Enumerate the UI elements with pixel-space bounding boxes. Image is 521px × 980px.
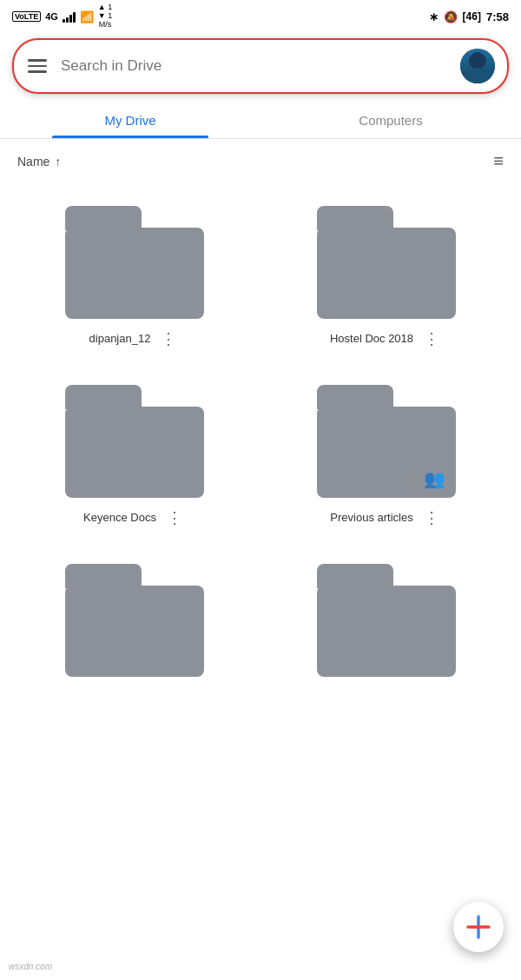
wifi-icon: 📶 — [80, 10, 94, 23]
folder-body-6 — [317, 586, 456, 677]
tab-my-drive[interactable]: My Drive — [0, 101, 260, 138]
avatar[interactable] — [460, 49, 495, 83]
folder-icon-1 — [65, 206, 204, 319]
more-options-1[interactable]: ⋮ — [157, 328, 180, 350]
shared-badge-4: 👥 — [424, 468, 445, 489]
fab-plus-icon — [465, 914, 491, 940]
folder-body-1 — [65, 228, 204, 319]
folder-tab-3 — [65, 385, 142, 409]
search-input[interactable] — [61, 57, 448, 75]
search-bar — [12, 38, 509, 94]
file-name-row-2: Hostel Doc 2018 ⋮ — [269, 328, 504, 350]
sort-label[interactable]: Name ↑ — [17, 155, 61, 169]
file-name-row-1: dipanjan_12 ⋮ — [17, 328, 252, 350]
folder-tab-5 — [65, 564, 142, 588]
folder-icon-4: 👥 — [317, 385, 456, 498]
folder-icon-2 — [317, 206, 456, 319]
hamburger-line-1 — [28, 59, 47, 62]
hamburger-line-2 — [28, 65, 47, 68]
more-options-2[interactable]: ⋮ — [420, 328, 443, 350]
folder-tab-1 — [65, 206, 142, 230]
network-type: 4G — [45, 11, 58, 22]
more-options-3[interactable]: ⋮ — [163, 507, 186, 529]
file-item-5[interactable] — [9, 546, 260, 703]
signal-bar-1 — [63, 19, 65, 23]
file-name-2: Hostel Doc 2018 — [330, 332, 413, 347]
signal-bar-2 — [66, 17, 69, 23]
folder-body-2 — [317, 228, 456, 319]
watermark: wsxdn.com — [9, 962, 52, 971]
file-name-4: Previous articles — [330, 511, 412, 526]
file-item-1[interactable]: dipanjan_12 ⋮ — [9, 189, 260, 368]
folder-icon-5 — [65, 564, 204, 677]
more-options-4[interactable]: ⋮ — [420, 507, 443, 529]
files-grid: dipanjan_12 ⋮ Hostel Doc 2018 ⋮ Keyence … — [0, 180, 521, 703]
sort-name: Name — [17, 155, 49, 169]
folder-tab-2 — [317, 206, 393, 230]
tabs-container: My Drive Computers — [0, 101, 521, 139]
file-item-3[interactable]: Keyence Docs ⋮ — [9, 368, 260, 546]
signal-bar-4 — [73, 12, 76, 23]
file-item-4[interactable]: 👥 Previous articles ⋮ — [260, 368, 512, 546]
file-name-1: dipanjan_12 — [89, 332, 151, 347]
file-name-row-4: Previous articles ⋮ — [269, 507, 504, 529]
tab-computers[interactable]: Computers — [260, 101, 521, 138]
signal-bar-3 — [69, 15, 72, 23]
sort-bar: Name ↑ ≡ — [0, 139, 521, 180]
status-left: VoLTE 4G 📶 ▲ 1 ▼ 1 M/s — [12, 3, 112, 30]
silent-icon: 🔕 — [444, 10, 458, 23]
search-container — [0, 31, 521, 101]
file-item-6[interactable] — [260, 546, 512, 703]
hamburger-button[interactable] — [26, 57, 49, 75]
speed-unit: M/s — [99, 21, 112, 30]
folder-body-4: 👥 — [317, 407, 456, 498]
hamburger-line-3 — [28, 70, 47, 73]
signal-bars — [63, 11, 76, 23]
folder-tab-6 — [317, 564, 393, 588]
time-display: 7:58 — [486, 10, 509, 23]
folder-body-5 — [65, 586, 204, 677]
folder-body-3 — [65, 407, 204, 498]
battery-icon: [46] — [463, 10, 481, 23]
list-view-button[interactable]: ≡ — [493, 151, 504, 171]
status-bar: VoLTE 4G 📶 ▲ 1 ▼ 1 M/s ∗ 🔕 [46] 7:58 — [0, 0, 521, 31]
folder-tab-4 — [317, 385, 393, 409]
status-right: ∗ 🔕 [46] 7:58 — [429, 10, 509, 23]
fab-button[interactable] — [453, 902, 504, 952]
folder-icon-6 — [317, 564, 456, 677]
sort-arrow: ↑ — [55, 155, 61, 169]
file-item-2[interactable]: Hostel Doc 2018 ⋮ — [260, 189, 512, 368]
bluetooth-icon: ∗ — [429, 10, 439, 23]
speed-indicator: ▲ 1 ▼ 1 M/s — [98, 3, 112, 30]
file-name-3: Keyence Docs — [83, 511, 156, 526]
file-name-row-3: Keyence Docs ⋮ — [17, 507, 252, 529]
folder-icon-3 — [65, 385, 204, 498]
volte-badge: VoLTE — [12, 11, 41, 22]
avatar-image — [460, 49, 495, 83]
